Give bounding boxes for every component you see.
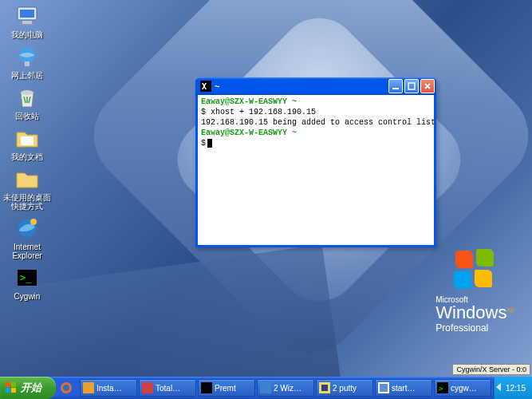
quicklaunch-firefox-icon[interactable] (60, 381, 73, 394)
taskbar-button-premt[interactable]: Premt (198, 379, 255, 397)
cygwin-icon: >_ (14, 265, 40, 290)
svg-rect-18 (83, 382, 94, 393)
minimize-button[interactable] (388, 79, 403, 93)
start-logo-icon (5, 381, 18, 394)
icon-label: Internet Explorer (3, 243, 51, 260)
terminal-line: $ xhost + 192.168.190.15 (201, 107, 431, 117)
task-label: Insta… (97, 384, 122, 393)
quick-launch (56, 377, 77, 399)
terminal-window[interactable]: X ~ Eaway@SZX-W-EASWYY ~$ xhost + 192.16… (195, 80, 436, 247)
taskbar-button-insta[interactable]: Insta… (80, 379, 137, 397)
start-label: 开始 (21, 381, 41, 395)
task-label: 2 putty (333, 384, 357, 393)
desktop-icon-my-computer[interactable]: 我的电脑 (3, 3, 51, 39)
icon-label: 网上邻居 (11, 71, 43, 80)
svg-text:X: X (202, 82, 207, 91)
windows-logo-icon (454, 249, 497, 292)
svg-rect-19 (142, 382, 153, 393)
taskbar-button-total[interactable]: Total… (139, 379, 196, 397)
icon-label: 未使用的桌面快捷方式 (3, 193, 51, 211)
svg-rect-23 (321, 385, 328, 391)
svg-rect-1 (20, 10, 34, 18)
folder-icon (14, 125, 40, 151)
desktop-icon-ie[interactable]: Internet Explorer (3, 215, 51, 260)
task-buttons-area: Insta… Total… Premt 2 Wiz… 2 putty start… (77, 377, 494, 399)
task-label: Premt (215, 384, 236, 393)
desktop-icon-recycle-bin[interactable]: 回收站 (3, 85, 51, 120)
windows-branding: Microsoft Windowsxp Professional (435, 249, 514, 334)
computer-icon (14, 3, 40, 29)
taskbar: 开始 Insta… Total… Premt 2 Wiz… 2 putty (0, 377, 532, 399)
terminal-line: 192.168.190.15 being added to access con… (201, 117, 431, 128)
xterm-icon: X (200, 81, 211, 92)
app-icon (83, 382, 94, 393)
taskbar-clock[interactable]: 12:15 (506, 384, 526, 393)
task-label: 2 Wiz… (274, 384, 301, 393)
desktop-icon-network-places[interactable]: 网上邻居 (3, 44, 51, 80)
icon-label: 回收站 (15, 112, 39, 120)
task-label: start… (392, 384, 415, 393)
task-label: cygw… (451, 384, 477, 393)
start-button[interactable]: 开始 (0, 377, 56, 399)
icon-label: 我的文档 (11, 152, 43, 161)
terminal-body[interactable]: Eaway@SZX-W-EASWYY ~$ xhost + 192.168.19… (198, 95, 434, 245)
taskbar-button-cygw[interactable]: > cygw… (434, 379, 491, 397)
svg-rect-20 (201, 382, 212, 393)
svg-rect-2 (22, 21, 32, 24)
system-tray[interactable]: 12:15 (494, 377, 532, 399)
taskbar-button-zputty[interactable]: 2 putty (316, 379, 373, 397)
brand-edition: Professional (435, 322, 514, 334)
window-title: ~ (215, 81, 388, 91)
tray-tooltip: Cygwin/X Server - 0:0 (452, 364, 530, 375)
ie-icon (14, 215, 40, 241)
svg-point-6 (21, 90, 33, 95)
desktop-icon-unused-shortcuts[interactable]: 未使用的桌面快捷方式 (3, 166, 51, 211)
app-icon (142, 382, 153, 393)
app-icon: > (437, 382, 448, 393)
svg-rect-21 (260, 382, 271, 393)
brand-windows: Windowsxp (435, 304, 514, 322)
window-titlebar[interactable]: X ~ (195, 77, 436, 95)
app-icon (319, 382, 330, 393)
icon-label: 我的电脑 (11, 30, 43, 39)
icon-label: Cygwin (14, 292, 41, 301)
svg-rect-14 (392, 88, 399, 89)
terminal-cursor (207, 139, 212, 148)
app-icon (260, 382, 271, 393)
svg-rect-15 (408, 83, 415, 89)
recycle-bin-icon (14, 85, 40, 110)
desktop-icons-area: 我的电脑 网上邻居 回收站 我的文档 未使用的桌面快捷方式 Internet E… (3, 3, 51, 301)
desktop-icon-cygwin[interactable]: >_ Cygwin (3, 265, 51, 301)
taskbar-button-start[interactable]: start… (375, 379, 432, 397)
maximize-button[interactable] (404, 79, 419, 93)
task-label: Total… (156, 384, 180, 393)
svg-rect-7 (21, 136, 33, 145)
svg-rect-25 (380, 384, 388, 392)
app-icon (201, 382, 212, 393)
svg-rect-3 (20, 24, 34, 26)
close-button[interactable] (420, 79, 435, 93)
desktop-icon-my-documents[interactable]: 我的文档 (3, 125, 51, 161)
svg-rect-5 (25, 61, 30, 66)
svg-text:>_: >_ (20, 272, 32, 283)
folder-shortcut-icon (14, 166, 40, 192)
network-icon (14, 44, 40, 69)
app-icon (378, 382, 389, 393)
svg-point-17 (63, 385, 69, 391)
taskbar-button-zwiz[interactable]: 2 Wiz… (257, 379, 314, 397)
prompt-symbol: $ (201, 139, 206, 148)
svg-point-9 (30, 219, 37, 225)
svg-text:>: > (439, 385, 443, 393)
